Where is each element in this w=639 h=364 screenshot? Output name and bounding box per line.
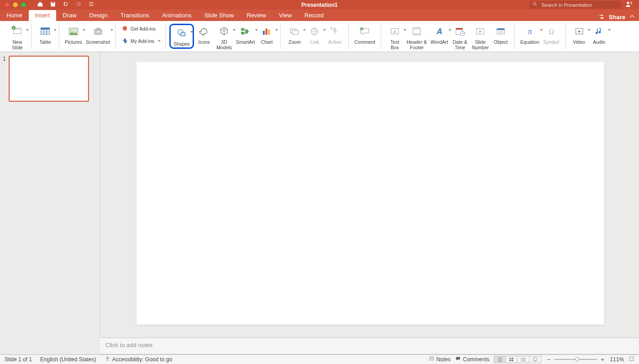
- video-button[interactable]: Video: [569, 24, 589, 46]
- zoom-icon: [288, 25, 300, 38]
- video-label: Video: [573, 39, 585, 45]
- get-addins-label: Get Add-ins: [131, 26, 156, 31]
- notes-pane[interactable]: Click to add notes: [100, 338, 639, 354]
- svg-point-41: [107, 357, 108, 358]
- undo-icon[interactable]: [63, 1, 69, 9]
- zoom-in-button[interactable]: [600, 357, 605, 362]
- quick-access-toolbar: [37, 1, 94, 9]
- text-box-label: Text Box: [390, 39, 399, 50]
- zoom-thumb[interactable]: [575, 357, 579, 361]
- action-icon: [329, 25, 340, 38]
- tab-slide-show[interactable]: Slide Show: [198, 10, 240, 21]
- tab-home[interactable]: Home: [0, 10, 29, 21]
- object-button[interactable]: Object: [491, 24, 511, 46]
- icons-icon: [198, 25, 210, 38]
- view-sorter-button[interactable]: [506, 356, 518, 363]
- zoom-out-button[interactable]: [546, 357, 551, 362]
- shapes-highlight: Shapes: [169, 24, 194, 49]
- close-window-button[interactable]: [5, 2, 10, 7]
- zoom-label: Zoom: [288, 39, 301, 45]
- tab-record[interactable]: Record: [298, 10, 330, 21]
- svg-rect-47: [509, 360, 511, 361]
- zoom-button[interactable]: Zoom: [284, 24, 304, 46]
- search-input[interactable]: [540, 2, 618, 8]
- view-reading-button[interactable]: [518, 356, 529, 363]
- slide-editor[interactable]: [100, 52, 639, 338]
- text-box-icon: A: [389, 25, 401, 38]
- header-footer-button[interactable]: Header & Footer: [405, 24, 429, 51]
- date-time-button[interactable]: Date & Time: [450, 24, 470, 51]
- audio-button[interactable]: Audio: [589, 24, 609, 46]
- comment-icon: [359, 25, 371, 38]
- action-label: Action: [328, 39, 341, 45]
- icons-button[interactable]: Icons: [194, 24, 214, 46]
- new-slide-button[interactable]: New Slide: [7, 24, 27, 51]
- tab-animations[interactable]: Animations: [156, 10, 198, 21]
- tab-transitions[interactable]: Transitions: [114, 10, 156, 21]
- svg-rect-7: [41, 28, 50, 30]
- save-icon[interactable]: [50, 1, 56, 9]
- equation-label: Equation: [520, 39, 539, 45]
- pictures-button[interactable]: Pictures: [63, 24, 84, 46]
- comments-icon: [455, 356, 461, 363]
- comment-button[interactable]: Comment: [352, 24, 377, 46]
- view-slideshow-button[interactable]: [529, 356, 541, 363]
- comment-label: Comment: [354, 39, 375, 45]
- wordart-button[interactable]: A WordArt: [429, 24, 450, 46]
- screenshot-button[interactable]: Screenshot: [84, 24, 112, 46]
- chart-icon: [261, 25, 272, 38]
- smartart-button[interactable]: SmartArt: [234, 24, 257, 46]
- svg-rect-21: [293, 31, 299, 35]
- window-controls: [0, 2, 26, 7]
- equation-button[interactable]: π Equation: [519, 24, 541, 46]
- home-icon[interactable]: [37, 1, 43, 9]
- fit-to-window-button[interactable]: [629, 356, 634, 363]
- svg-text:A: A: [393, 29, 397, 34]
- tab-draw[interactable]: Draw: [56, 10, 83, 21]
- text-box-button[interactable]: A Text Box: [385, 24, 405, 51]
- zoom-slider: [546, 357, 605, 362]
- zoom-percentage[interactable]: 111%: [610, 356, 624, 363]
- pictures-label: Pictures: [65, 39, 82, 45]
- table-icon: [39, 25, 51, 38]
- status-accessibility[interactable]: Accessibility: Good to go: [105, 356, 172, 363]
- tab-view[interactable]: View: [272, 10, 298, 21]
- view-normal-button[interactable]: [494, 356, 506, 363]
- minimize-window-button[interactable]: [13, 2, 18, 7]
- slide-number-button[interactable]: # Slide Number: [470, 24, 491, 51]
- chart-button[interactable]: Chart: [257, 24, 277, 46]
- share-button[interactable]: Share: [609, 14, 625, 21]
- tab-insert[interactable]: Insert: [29, 10, 57, 21]
- 3d-models-button[interactable]: 3D Models: [214, 24, 234, 51]
- search-box[interactable]: [529, 1, 621, 9]
- my-addins-button[interactable]: My Add-ins: [120, 36, 162, 46]
- shapes-button[interactable]: Shapes: [172, 26, 192, 47]
- action-button: Action: [325, 24, 345, 46]
- date-time-label: Date & Time: [453, 39, 467, 50]
- tab-review[interactable]: Review: [240, 10, 272, 21]
- svg-rect-43: [498, 358, 499, 361]
- accessibility-icon: [105, 356, 110, 363]
- table-button[interactable]: Table: [35, 24, 55, 46]
- status-language[interactable]: English (United States): [40, 356, 96, 363]
- status-slide-indicator: Slide 1 of 1: [5, 356, 32, 363]
- comments-toggle-button[interactable]: Comments: [455, 356, 489, 363]
- svg-text:Ω: Ω: [548, 28, 554, 36]
- zoom-window-button[interactable]: [21, 2, 26, 7]
- redo-icon[interactable]: [75, 1, 82, 9]
- get-addins-button[interactable]: Get Add-ins: [120, 24, 162, 33]
- pictures-icon: [68, 25, 79, 38]
- zoom-track[interactable]: [554, 359, 597, 360]
- header-footer-label: Header & Footer: [407, 39, 427, 50]
- slide-canvas[interactable]: [136, 62, 604, 325]
- notes-toggle-button[interactable]: Notes: [429, 356, 450, 363]
- customize-qat-icon[interactable]: [88, 1, 94, 9]
- collapse-ribbon-icon[interactable]: [629, 13, 635, 21]
- notes-placeholder: Click to add notes: [105, 342, 152, 348]
- slide-thumbnail-1[interactable]: [9, 56, 89, 102]
- account-icon[interactable]: [625, 0, 633, 9]
- svg-rect-17: [263, 31, 265, 35]
- slide-thumbnails-panel[interactable]: 1: [0, 52, 100, 338]
- tab-design[interactable]: Design: [83, 10, 114, 21]
- svg-rect-11: [96, 28, 100, 30]
